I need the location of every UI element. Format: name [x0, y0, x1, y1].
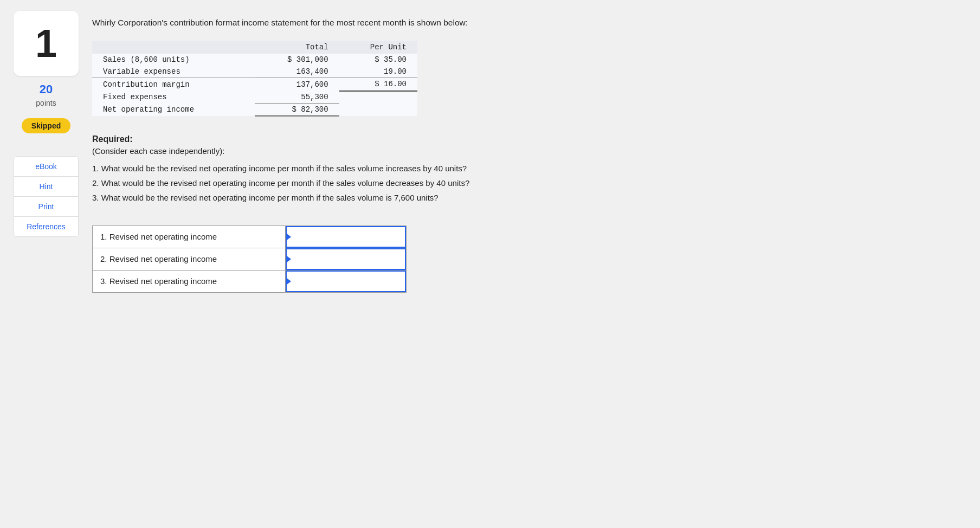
row-label-variable: Variable expenses [92, 66, 255, 78]
answer-label-2: 2. Revised net operating income [93, 248, 286, 270]
answer-table: 1. Revised net operating income 2. Revis… [92, 226, 407, 293]
points-label: points [36, 99, 56, 107]
row-label-noi: Net operating income [92, 103, 255, 116]
row-total-fixed: 55,300 [255, 91, 339, 104]
print-link[interactable]: Print [14, 197, 78, 217]
question-1: 1. What would be the revised net operati… [92, 161, 743, 176]
page-container: 1 20 points Skipped eBook Hint Print Ref… [0, 0, 980, 528]
answer-input-cell-1[interactable] [286, 226, 407, 248]
row-total-variable: 163,400 [255, 66, 339, 78]
points-value: 20 [40, 82, 53, 96]
skipped-badge: Skipped [22, 118, 70, 133]
row-unit-contribution: $ 16.00 [339, 78, 417, 91]
answer-label-1: 1. Revised net operating income [93, 226, 286, 248]
sidebar-links: eBook Hint Print References [14, 156, 79, 237]
table-row: Net operating income $ 82,300 [92, 103, 417, 116]
row-total-contribution: 137,600 [255, 78, 339, 91]
questions-list: 1. What would be the revised net operati… [92, 161, 743, 205]
table-row: Contribution margin 137,600 $ 16.00 [92, 78, 417, 91]
row-total-noi: $ 82,300 [255, 103, 339, 116]
problem-statement: Whirly Corporation's contribution format… [92, 16, 743, 29]
required-subtitle: (Consider each case independently): [92, 146, 743, 156]
answer-row-1: 1. Revised net operating income [93, 226, 407, 248]
ebook-link[interactable]: eBook [14, 157, 78, 177]
answer-row-3: 3. Revised net operating income [93, 270, 407, 292]
hint-link[interactable]: Hint [14, 177, 78, 197]
sidebar: 1 20 points Skipped eBook Hint Print Ref… [11, 11, 81, 517]
row-total-sales: $ 301,000 [255, 54, 339, 66]
row-unit-fixed [339, 91, 417, 104]
required-title: Required: [92, 134, 743, 144]
row-unit-variable: 19.00 [339, 66, 417, 78]
references-link[interactable]: References [14, 217, 78, 236]
income-statement-table: Total Per Unit Sales (8,600 units) $ 301… [92, 41, 417, 117]
row-label-fixed: Fixed expenses [92, 91, 255, 104]
col-header-label [92, 41, 255, 54]
answer-input-cell-3[interactable] [286, 270, 407, 292]
main-content: Whirly Corporation's contribution format… [92, 11, 743, 517]
row-unit-sales: $ 35.00 [339, 54, 417, 66]
answer-input-cell-2[interactable] [286, 248, 407, 270]
table-row: Fixed expenses 55,300 [92, 91, 417, 104]
table-row: Variable expenses 163,400 19.00 [92, 66, 417, 78]
row-label-sales: Sales (8,600 units) [92, 54, 255, 66]
question-2: 2. What would be the revised net operati… [92, 176, 743, 190]
question-number-box: 1 [14, 11, 79, 76]
col-header-per-unit: Per Unit [339, 41, 417, 54]
points-area: 20 points [36, 82, 56, 107]
row-unit-noi [339, 103, 417, 116]
answer-label-3: 3. Revised net operating income [93, 270, 286, 292]
question-3: 3. What would be the revised net operati… [92, 190, 743, 205]
answer-input-3[interactable] [286, 271, 406, 292]
col-header-total: Total [255, 41, 339, 54]
required-section: Required: (Consider each case independen… [92, 134, 743, 216]
table-row: Sales (8,600 units) $ 301,000 $ 35.00 [92, 54, 417, 66]
answer-row-2: 2. Revised net operating income [93, 248, 407, 270]
answer-input-1[interactable] [286, 226, 406, 248]
answer-input-2[interactable] [286, 248, 406, 270]
row-label-contribution: Contribution margin [92, 78, 255, 91]
question-number: 1 [35, 21, 57, 66]
